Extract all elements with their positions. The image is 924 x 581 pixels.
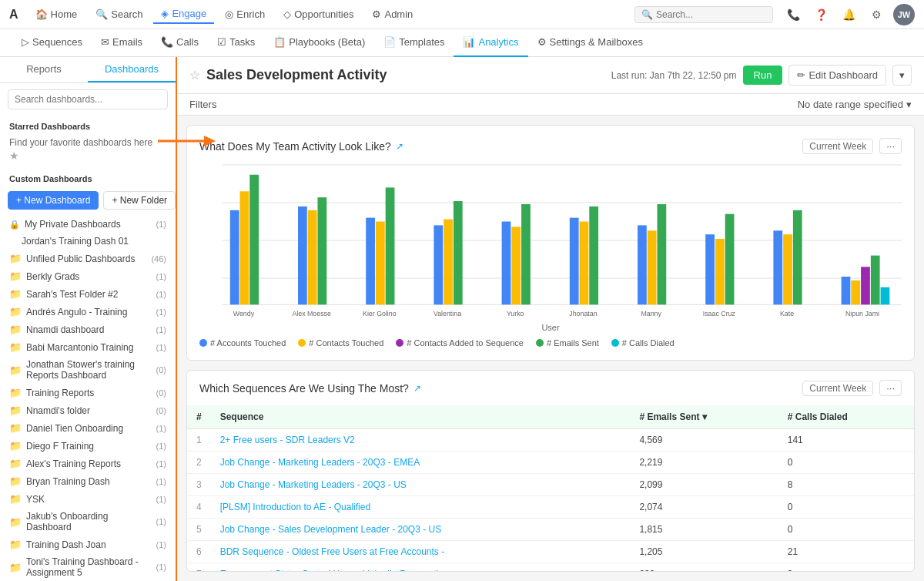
home-icon: 🏠 xyxy=(35,8,48,20)
sidebar-item-count: (46) xyxy=(151,254,166,264)
sidebar-item-label: YSK xyxy=(26,494,152,505)
sidebar-item-private-dashboards[interactable]: 🔒 My Private Dashboards (1) xyxy=(0,216,176,233)
cell-emails-sent: 2,099 xyxy=(630,474,778,496)
tab-reports[interactable]: Reports xyxy=(0,57,88,82)
svg-rect-15 xyxy=(366,218,375,305)
starred-empty-text: Find your favorite dashboards here xyxy=(9,137,166,148)
folder-icon: 📁 xyxy=(9,440,22,452)
current-week-badge: Current Week xyxy=(802,139,873,154)
sidebar-actions: + New Dashboard + New Folder xyxy=(0,186,176,216)
col-calls-dialed: # Calls Dialed xyxy=(778,405,914,429)
sidebar-item-bryan-training[interactable]: 📁 Bryan Training Dash (1) xyxy=(0,472,176,490)
charts-area: What Does My Team Activity Look Like? ↗ … xyxy=(177,116,924,581)
chevron-down-icon: ▾ xyxy=(906,99,912,110)
col-sequence: Sequence xyxy=(211,405,631,429)
sidebar-item-unfiled-public[interactable]: 📁 Unfiled Public Dashboards (46) xyxy=(0,250,176,267)
content-header: ☆ Sales Development Activity Last run: J… xyxy=(177,57,924,94)
cell-sequence[interactable]: Engagement State: Casual Users: LinkedIn… xyxy=(211,563,631,573)
bar-chart-card: What Does My Team Activity Look Like? ↗ … xyxy=(186,125,915,361)
sidebar-item-label: Daniel Tien Onboarding xyxy=(26,423,152,434)
subnav-sequences[interactable]: ▷ Sequences xyxy=(12,29,92,57)
sidebar-item-training-dash-joan[interactable]: 📁 Training Dash Joan (1) xyxy=(0,536,176,553)
chart-more-button[interactable]: ··· xyxy=(879,138,902,154)
subnav-emails[interactable]: ✉ Emails xyxy=(92,29,152,57)
more-options-button[interactable]: ▾ xyxy=(892,65,912,86)
global-search[interactable]: 🔍 xyxy=(634,6,773,23)
subnav-playbooks[interactable]: 📋 Playbooks (Beta) xyxy=(264,29,374,57)
new-dashboard-button[interactable]: + New Dashboard xyxy=(8,191,99,210)
opportunities-icon: ◇ xyxy=(283,8,291,20)
sidebar-item-count: (1) xyxy=(156,424,166,433)
edit-icon: ✏ xyxy=(797,69,805,81)
svg-text:Kate: Kate xyxy=(780,310,794,317)
sidebar-item-babi-training[interactable]: 📁 Babi Marcantonio Training (1) xyxy=(0,338,176,356)
cell-sequence[interactable]: Job Change - Sales Development Leader - … xyxy=(211,519,631,541)
chart-link-icon[interactable]: ↗ xyxy=(396,141,403,152)
search-icon: 🔍 xyxy=(641,9,653,20)
folder-icon: 📁 xyxy=(9,562,22,573)
svg-rect-29 xyxy=(657,204,666,304)
cell-emails-sent: 1,815 xyxy=(630,519,778,541)
sidebar-item-berkly-grads[interactable]: 📁 Berkly Grads (1) xyxy=(0,267,176,285)
subnav-templates[interactable]: 📄 Templates xyxy=(374,29,454,57)
search-input[interactable] xyxy=(656,9,766,20)
table-more-button[interactable]: ··· xyxy=(879,380,902,396)
last-run-label: Last run: Jan 7th 22, 12:50 pm xyxy=(611,70,737,81)
settings-icon[interactable]: ⚙ xyxy=(865,4,887,25)
nav-enrich[interactable]: ◎ Enrich xyxy=(217,5,273,23)
folder-icon: 📁 xyxy=(9,458,22,469)
cell-sequence[interactable]: 2+ Free users - SDR Leaders V2 xyxy=(211,429,631,452)
legend-emails-sent: # Emails Sent xyxy=(536,338,599,348)
sidebar-item-nnamdi-dashboard[interactable]: 📁 Nnamdi dashboard (1) xyxy=(0,321,176,338)
sidebar-item-ysk[interactable]: 📁 YSK (1) xyxy=(0,490,176,508)
bell-icon[interactable]: 🔔 xyxy=(838,4,859,25)
table-row: 3 Job Change - Marketing Leaders - 20Q3 … xyxy=(187,474,914,496)
table-title: Which Sequences Are We Using The Most? ↗ xyxy=(199,382,421,395)
filters-bar: Filters No date range specified ▾ xyxy=(177,94,924,116)
sidebar-item-toni-training[interactable]: 📁 Toni's Training Dashboard - Assignment… xyxy=(0,553,176,581)
sidebar-item-sarahs-folder[interactable]: 📁 Sarah's Test Folder #2 (1) xyxy=(0,285,176,303)
cell-sequence[interactable]: Job Change - Marketing Leaders - 20Q3 - … xyxy=(211,474,631,496)
svg-rect-30 xyxy=(705,234,715,304)
help-icon[interactable]: ❓ xyxy=(810,4,832,25)
phone-icon[interactable]: 📞 xyxy=(782,4,804,25)
subnav-calls[interactable]: 📞 Calls xyxy=(152,29,208,57)
edit-dashboard-button[interactable]: ✏ Edit Dashboard xyxy=(788,65,886,86)
cell-sequence[interactable]: Job Change - Marketing Leaders - 20Q3 - … xyxy=(211,452,631,474)
new-folder-button[interactable]: + New Folder xyxy=(103,191,176,210)
subnav-tasks[interactable]: ☑ Tasks xyxy=(208,29,264,57)
sidebar-item-alex-training[interactable]: 📁 Alex's Training Reports (1) xyxy=(0,455,176,472)
user-avatar[interactable]: JW xyxy=(893,4,915,25)
sidebar-item-jakub-onboarding[interactable]: 📁 Jakub's Onboarding Dashboard (1) xyxy=(0,508,176,536)
sidebar-item-nnamdi-folder[interactable]: 📁 Nnamdi's folder (0) xyxy=(0,401,176,419)
sidebar-item-training-reports[interactable]: 📁 Training Reports (0) xyxy=(0,384,176,401)
run-button[interactable]: Run xyxy=(743,65,783,85)
svg-text:Ospina: Ospina xyxy=(572,316,594,317)
table-link-icon[interactable]: ↗ xyxy=(413,383,421,394)
nav-home[interactable]: 🏠 Home xyxy=(28,5,85,23)
cell-sequence[interactable]: [PLSM] Introduction to AE - Qualified xyxy=(211,496,631,519)
custom-section-title: Custom Dashboards xyxy=(0,168,176,186)
sidebar-item-jordan-training[interactable]: Jordan's Training Dash 01 xyxy=(0,233,176,250)
sidebar-item-diego-training[interactable]: 📁 Diego F Training (1) xyxy=(0,437,176,455)
cell-sequence[interactable]: BDR Sequence - Oldest Free Users at Free… xyxy=(211,541,631,563)
date-filter[interactable]: No date range specified ▾ xyxy=(798,99,912,110)
sidebar-content: Starred Dashboards Find your favorite da… xyxy=(0,116,176,581)
favorite-star-button[interactable]: ☆ xyxy=(189,68,200,82)
sidebar-item-jonathan-training[interactable]: 📁 Jonathan Stower's training Reports Das… xyxy=(0,356,176,384)
sidebar-item-andres-training[interactable]: 📁 Andrés Angulo - Training (1) xyxy=(0,303,176,321)
col-emails-sent[interactable]: # Emails Sent ▾ xyxy=(630,405,778,429)
sidebar-item-count: (0) xyxy=(156,388,166,398)
nav-search[interactable]: 🔍 Search xyxy=(88,5,150,23)
sidebar-search-input[interactable] xyxy=(8,89,168,109)
subnav-analytics[interactable]: 📊 Analytics xyxy=(454,29,527,57)
nav-engage[interactable]: ◈ Engage xyxy=(153,5,214,24)
nav-opportunities[interactable]: ◇ Opportunities xyxy=(276,5,361,23)
sequence-table-body: 1 2+ Free users - SDR Leaders V2 4,569 1… xyxy=(187,429,914,573)
nav-admin[interactable]: ⚙ Admin xyxy=(364,5,420,23)
tasks-icon: ☑ xyxy=(217,36,226,48)
subnav-settings-mailboxes[interactable]: ⚙ Settings & Mailboxes xyxy=(528,29,652,57)
sidebar-item-daniel-onboarding[interactable]: 📁 Daniel Tien Onboarding (1) xyxy=(0,419,176,437)
svg-rect-34 xyxy=(783,234,792,304)
tab-dashboards[interactable]: Dashboards xyxy=(88,57,176,82)
